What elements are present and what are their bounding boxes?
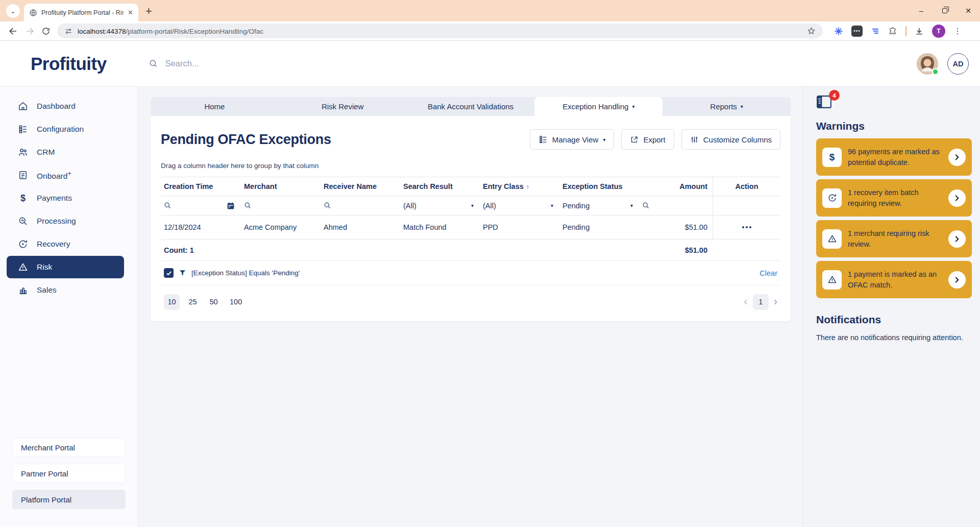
user-initials-badge[interactable]: AD <box>947 53 969 75</box>
spinner-extension-icon[interactable] <box>834 27 843 36</box>
tab-bank-account-validations[interactable]: Bank Account Validations <box>407 97 535 116</box>
downloads-icon[interactable] <box>915 27 924 36</box>
sidebar-item-risk[interactable]: Risk <box>7 256 124 278</box>
sidebar-item-processing[interactable]: Processing <box>7 210 124 232</box>
warning-recovery-batch[interactable]: 1 recovery item batch requiring review. <box>816 179 972 217</box>
panel-toggle-button[interactable]: 4 <box>816 95 834 111</box>
browser-tab[interactable]: Profituity Platform Portal - Risk ✕ <box>24 4 138 21</box>
column-header-search-result[interactable]: Search Result <box>400 182 480 190</box>
amount-filter[interactable] <box>639 196 713 215</box>
sidebar-item-recovery[interactable]: Recovery <box>7 233 124 255</box>
page-size-25[interactable]: 25 <box>185 294 201 310</box>
warning-triangle-icon <box>18 262 28 272</box>
filter-funnel-icon <box>179 269 186 277</box>
page-title: Pending OFAC Exceptions <box>161 132 331 148</box>
tab-risk-review[interactable]: Risk Review <box>279 97 407 116</box>
app-logo[interactable]: Profituity <box>31 54 107 74</box>
cell-search-result: Match Found <box>400 223 480 231</box>
next-page-button[interactable]: › <box>774 296 777 307</box>
window-restore-button[interactable] <box>933 0 957 21</box>
refresh-button[interactable] <box>38 23 54 39</box>
window-close-button[interactable]: ✕ <box>957 0 980 21</box>
sidebar-item-dashboard[interactable]: Dashboard <box>7 95 124 117</box>
export-button[interactable]: Export <box>621 129 674 150</box>
calendar-icon[interactable] <box>227 202 235 210</box>
browser-menu-icon[interactable]: ⋮ <box>953 26 962 36</box>
column-header-action: Action <box>713 177 780 196</box>
sidebar-item-crm[interactable]: CRM <box>7 141 124 163</box>
browser-tab-bar: ⌄ Profituity Platform Portal - Risk ✕ + … <box>0 0 980 21</box>
column-header-receiver-name[interactable]: Receiver Name <box>321 182 400 190</box>
tab-search-button[interactable]: ⌄ <box>6 4 20 18</box>
chevron-right-button[interactable] <box>948 189 966 207</box>
tab-home[interactable]: Home <box>151 97 279 116</box>
user-avatar[interactable] <box>917 53 938 75</box>
search-result-filter-dropdown[interactable]: (All) ▾ <box>400 196 480 215</box>
row-actions-button[interactable] <box>739 223 754 231</box>
url-path: /platform-portal/Risk/ExceptionHandling/… <box>126 28 263 35</box>
content-card: Pending OFAC Exceptions Manage View ▾ Ex… <box>151 116 791 321</box>
receiver-name-filter[interactable] <box>321 196 400 215</box>
exception-status-filter-dropdown[interactable]: Pending ▾ <box>559 196 639 215</box>
merchant-portal-button[interactable]: Merchant Portal <box>12 438 126 457</box>
site-settings-icon[interactable] <box>64 27 72 35</box>
merchant-filter[interactable] <box>241 196 321 215</box>
forward-button[interactable] <box>21 23 38 39</box>
group-by-hint[interactable]: Drag a column header here to group by th… <box>161 162 780 170</box>
column-header-amount[interactable]: Amount <box>639 182 713 190</box>
tab-exception-handling[interactable]: Exception Handling▾ <box>534 97 663 116</box>
password-extension-icon[interactable]: ••• <box>851 26 863 37</box>
filter-expression: [Exception Status] Equals 'Pending' <box>191 269 300 277</box>
column-header-creation-time[interactable]: Creation Time <box>161 182 241 190</box>
table-row[interactable]: 12/18/2024 Acme Company Ahmed Match Foun… <box>161 215 780 239</box>
sidebar-item-sales[interactable]: Sales <box>7 279 124 301</box>
warnings-count-badge: 4 <box>829 90 840 101</box>
bookmark-star-icon[interactable] <box>807 27 816 35</box>
warning-duplicate-payments[interactable]: $ 96 payments are marked as potential du… <box>816 138 972 176</box>
chevron-right-button[interactable] <box>948 271 966 289</box>
search-icon <box>164 202 172 209</box>
warning-ofac-match[interactable]: 1 payment is marked as an OFAC match. <box>816 261 972 298</box>
sidebar-item-configuration[interactable]: Configuration <box>7 118 124 140</box>
export-icon <box>630 135 639 144</box>
window-controls: – ✕ <box>910 0 980 21</box>
dollar-icon: $ <box>822 148 842 167</box>
customize-columns-button[interactable]: Customize Columns <box>681 129 780 150</box>
partner-portal-button[interactable]: Partner Portal <box>12 464 126 483</box>
column-header-exception-status[interactable]: Exception Status <box>559 182 639 190</box>
chevron-right-button[interactable] <box>948 230 966 248</box>
bar-chart-icon <box>18 285 28 295</box>
page-size-50[interactable]: 50 <box>206 294 222 310</box>
previous-page-button[interactable]: ‹ <box>744 296 747 307</box>
bars-extension-icon[interactable] <box>871 27 880 36</box>
manage-view-button[interactable]: Manage View ▾ <box>530 129 615 150</box>
tab-close-icon[interactable]: ✕ <box>128 9 133 16</box>
clear-filter-link[interactable]: Clear <box>760 269 780 277</box>
current-page[interactable]: 1 <box>753 294 769 310</box>
cell-receiver-name: Ahmed <box>321 223 400 231</box>
sidebar-item-onboard[interactable]: Onboard+ <box>7 164 124 186</box>
platform-portal-button[interactable]: Platform Portal <box>12 490 126 509</box>
entry-class-filter-dropdown[interactable]: (All) ▾ <box>480 196 559 215</box>
chevron-right-button[interactable] <box>948 149 966 166</box>
new-tab-button[interactable]: + <box>145 6 152 17</box>
page-size-100[interactable]: 100 <box>227 294 245 310</box>
warning-merchant-risk-review[interactable]: 1 merchant requiring risk review. <box>816 220 972 257</box>
tab-reports[interactable]: Reports▾ <box>663 97 791 116</box>
url-bar[interactable]: localhost:44378/platform-portal/Risk/Exc… <box>57 23 823 38</box>
extensions-puzzle-icon[interactable] <box>888 27 897 36</box>
page-size-10[interactable]: 10 <box>164 294 180 310</box>
creation-time-filter[interactable] <box>161 196 241 215</box>
column-header-merchant[interactable]: Merchant <box>241 182 321 190</box>
column-header-entry-class[interactable]: Entry Class↑ <box>480 182 559 190</box>
search-input[interactable] <box>165 59 421 68</box>
sidebar-item-label: Configuration <box>37 125 84 134</box>
browser-profile-avatar[interactable]: T <box>932 25 945 38</box>
manage-view-icon <box>538 135 548 144</box>
window-minimize-button[interactable]: – <box>910 0 933 21</box>
back-button[interactable] <box>5 23 21 39</box>
sidebar-item-label: CRM <box>37 148 55 157</box>
sidebar-item-payments[interactable]: $ Payments <box>7 187 124 209</box>
cell-creation-time: 12/18/2024 <box>161 223 241 231</box>
filter-enabled-checkbox[interactable] <box>164 268 174 278</box>
